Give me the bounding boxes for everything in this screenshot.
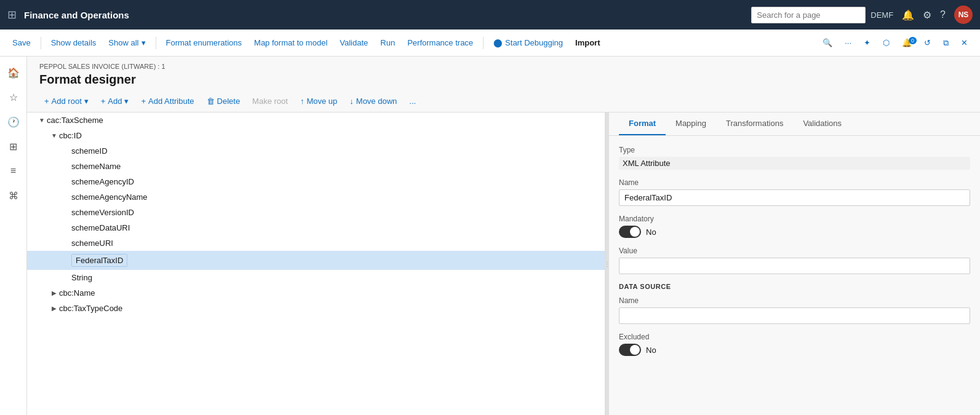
excluded-toggle-row: No	[619, 344, 970, 356]
global-search-input[interactable]	[751, 7, 866, 23]
help-icon[interactable]: ?	[940, 9, 946, 20]
tree-item[interactable]: schemeDataURI	[27, 220, 605, 235]
tree-panel: ▼cac:TaxScheme▼cbc:IDschemeIDschemeNames…	[27, 113, 605, 415]
tree-item[interactable]: schemeID	[27, 143, 605, 159]
add-attribute-plus-icon: +	[141, 97, 146, 106]
tree-item[interactable]: schemeURI	[27, 235, 605, 251]
delete-button[interactable]: 🗑 Delete	[202, 94, 245, 108]
tree-item-label: schemeAgencyName	[71, 192, 148, 202]
toolbar-popout-icon[interactable]: ⧉	[938, 36, 954, 50]
tab-validations[interactable]: Validations	[793, 113, 851, 135]
settings-icon[interactable]: ⚙	[923, 9, 931, 21]
name-label: Name	[619, 178, 970, 187]
sidebar-workspaces-icon[interactable]: ⊞	[2, 135, 25, 157]
add-plus-icon: +	[101, 97, 106, 106]
add-root-chevron-icon: ▾	[84, 97, 89, 106]
tree-item-label: FederalTaxID	[71, 254, 127, 267]
excluded-label: Excluded	[619, 333, 970, 341]
value-input[interactable]	[619, 258, 970, 274]
ds-name-input[interactable]	[619, 307, 970, 324]
tree-item-label: schemeURI	[71, 239, 113, 248]
toolbar-more-icon[interactable]: ···	[840, 36, 856, 50]
tree-item-label: schemeAgencyID	[71, 177, 134, 186]
excluded-toggle[interactable]	[619, 344, 641, 356]
save-button[interactable]: Save	[7, 36, 36, 50]
tree-toggle-icon[interactable]: ▼	[37, 117, 47, 124]
more-actions-button[interactable]: ...	[404, 94, 421, 108]
tree-item[interactable]: schemeAgencyID	[27, 174, 605, 189]
add-root-plus-icon: +	[44, 97, 49, 106]
tree-item[interactable]: ▶cbc:TaxTypeCode	[27, 301, 605, 316]
move-down-button[interactable]: ↓ Move down	[345, 94, 402, 108]
add-attribute-button[interactable]: + Add Attribute	[136, 94, 199, 108]
excluded-toggle-knob	[630, 345, 640, 355]
type-value: XML Attribute	[619, 157, 970, 170]
import-button[interactable]: Import	[570, 36, 605, 50]
mandatory-value-label: No	[646, 227, 656, 237]
validate-button[interactable]: Validate	[335, 36, 373, 50]
toolbar-expand-icon[interactable]: ⬡	[878, 36, 894, 50]
name-input[interactable]	[619, 189, 970, 206]
tree-item[interactable]: ▼cac:TaxScheme	[27, 113, 605, 128]
tree-item[interactable]: ▼cbc:ID	[27, 128, 605, 143]
toolbar-separator-1	[41, 37, 41, 49]
tree-item[interactable]: String	[27, 270, 605, 285]
sidebar-modules-icon[interactable]: ≡	[2, 160, 25, 182]
sidebar-favorites-icon[interactable]: ☆	[2, 86, 25, 108]
grid-menu-icon[interactable]: ⊞	[7, 8, 17, 22]
format-enumerations-button[interactable]: Format enumerations	[161, 36, 247, 50]
mandatory-field-group: Mandatory No	[619, 215, 970, 238]
action-toolbar: + Add root ▾ + Add ▾ + Add Attribute 🗑 D…	[27, 90, 980, 113]
excluded-field-group: Excluded No	[619, 333, 970, 356]
tree-toggle-icon[interactable]: ▶	[49, 290, 59, 296]
tree-item[interactable]: ▶cbc:Name	[27, 285, 605, 301]
tab-mapping[interactable]: Mapping	[666, 113, 716, 135]
move-down-arrow-icon: ↓	[349, 97, 354, 106]
value-field-group: Value	[619, 247, 970, 274]
toolbar-settings-icon[interactable]: ✦	[859, 36, 875, 50]
tab-format[interactable]: Format	[619, 113, 666, 135]
sidebar-recent-icon[interactable]: 🕐	[2, 111, 25, 133]
page-header: PEPPOL SALES INVOICE (LITWARE) : 1 Forma…	[27, 57, 980, 90]
secondary-toolbar: Save Show details Show all ▾ Format enum…	[0, 30, 980, 57]
tab-transformations[interactable]: Transformations	[716, 113, 793, 135]
tree-toggle-icon[interactable]: ▼	[49, 132, 59, 139]
avatar[interactable]: NS	[954, 6, 973, 24]
toolbar-refresh-icon[interactable]: ↺	[919, 36, 936, 50]
move-up-button[interactable]: ↑ Move up	[295, 94, 342, 108]
run-button[interactable]: Run	[375, 36, 400, 50]
show-details-button[interactable]: Show details	[46, 36, 102, 50]
tree-item[interactable]: schemeAgencyName	[27, 189, 605, 205]
tree-item-label: cbc:TaxTypeCode	[59, 304, 122, 313]
toolbar-close-icon[interactable]: ✕	[956, 36, 973, 50]
delete-trash-icon: 🗑	[207, 97, 215, 106]
tree-item-label: schemeDataURI	[71, 223, 130, 232]
top-navigation-bar: ⊞ Finance and Operations DEMF 🔔 ⚙ ? NS	[0, 0, 980, 30]
mandatory-toggle-knob	[630, 227, 640, 237]
detail-tabs: Format Mapping Transformations Validatio…	[609, 113, 980, 136]
user-label: DEMF	[870, 10, 893, 20]
sidebar-filter-icon[interactable]: ⌘	[2, 184, 25, 207]
mandatory-toggle[interactable]	[619, 226, 641, 238]
datasource-section-heading: DATA SOURCE	[619, 283, 970, 290]
tree-item[interactable]: schemeName	[27, 159, 605, 174]
tree-item[interactable]: FederalTaxID	[27, 251, 605, 270]
notification-icon[interactable]: 🔔	[902, 9, 914, 21]
tree-toggle-icon[interactable]: ▶	[49, 305, 59, 312]
make-root-button[interactable]: Make root	[247, 94, 293, 108]
split-panel: ▼cac:TaxScheme▼cbc:IDschemeIDschemeNames…	[27, 113, 980, 415]
map-format-to-model-button[interactable]: Map format to model	[249, 36, 332, 50]
ds-name-label: Name	[619, 296, 970, 305]
add-root-button[interactable]: + Add root ▾	[39, 94, 94, 108]
toolbar-search-icon[interactable]: 🔍	[818, 36, 837, 50]
performance-trace-button[interactable]: Performance trace	[402, 36, 478, 50]
toolbar-separator-2	[156, 37, 156, 49]
sidebar-home-icon[interactable]: 🏠	[2, 61, 25, 84]
tree-item-label: schemeName	[71, 162, 121, 171]
main-layout: 🏠 ☆ 🕐 ⊞ ≡ ⌘ PEPPOL SALES INVOICE (LITWAR…	[0, 57, 980, 415]
tree-item[interactable]: schemeVersionID	[27, 205, 605, 220]
start-debugging-button[interactable]: ⬤ Start Debugging	[488, 36, 568, 50]
toolbar-badge-icon[interactable]: 🔔 0	[897, 36, 917, 50]
show-all-button[interactable]: Show all ▾	[103, 36, 150, 50]
add-button[interactable]: + Add ▾	[96, 94, 134, 108]
